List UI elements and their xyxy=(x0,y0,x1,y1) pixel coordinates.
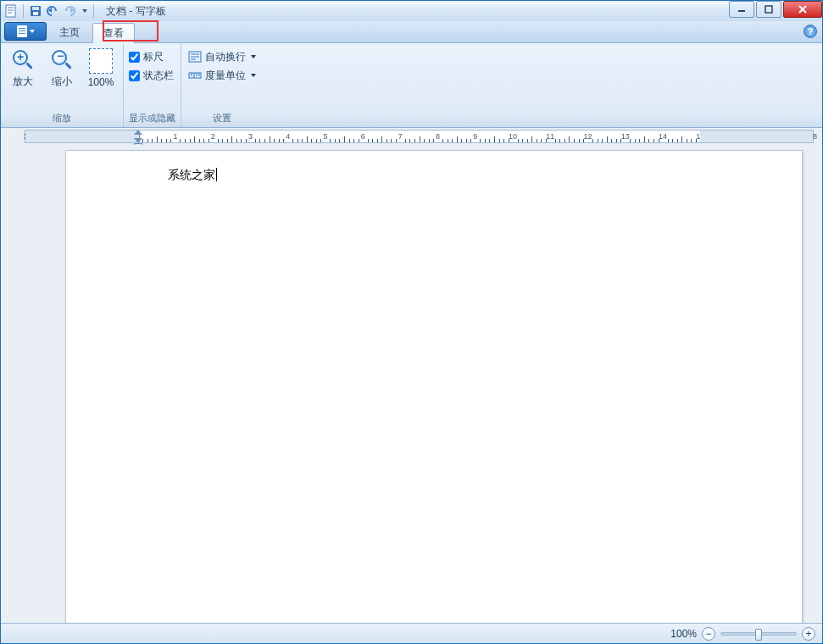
zoom-in-status-button[interactable]: + xyxy=(802,627,815,641)
chevron-down-icon xyxy=(251,55,256,58)
statusbar-checkbox[interactable]: 状态栏 xyxy=(129,67,174,84)
ruler-checkbox[interactable]: 标尺 xyxy=(129,48,174,65)
checkbox-input[interactable] xyxy=(129,52,140,63)
ruler-units-icon xyxy=(188,69,202,82)
chevron-down-icon xyxy=(30,30,35,33)
title-bar: 文档 - 写字板 xyxy=(1,1,822,21)
group-label: 显示或隐藏 xyxy=(129,110,175,127)
zoom-controls: 100% − + xyxy=(670,627,815,641)
app-window: 文档 - 写字板 主页 查看 ? + 放大 − 缩小 xyxy=(0,0,823,644)
button-label: 放大 xyxy=(13,75,33,89)
horizontal-ruler[interactable]: 3210123456789101112131415161718 xyxy=(1,128,822,145)
svg-rect-6 xyxy=(33,12,38,15)
redo-icon[interactable] xyxy=(63,4,76,18)
button-label: 度量单位 xyxy=(205,69,246,83)
group-settings: 自动换行 度量单位 设置 xyxy=(181,43,263,127)
zoom-100-button[interactable]: 100% xyxy=(84,47,118,90)
group-label: 设置 xyxy=(186,110,258,127)
help-icon[interactable]: ? xyxy=(804,25,817,38)
checkbox-label: 状态栏 xyxy=(143,69,174,83)
qat-customize-dropdown[interactable] xyxy=(80,4,88,18)
zoom-in-button[interactable]: + 放大 xyxy=(6,47,40,91)
document-text: 系统之家 xyxy=(168,168,215,181)
quick-access-toolbar xyxy=(1,4,99,18)
zoom-out-icon: − xyxy=(50,48,74,72)
group-show-hide: 标尺 状态栏 显示或隐藏 xyxy=(124,43,181,127)
chevron-down-icon xyxy=(251,74,256,77)
button-label: 100% xyxy=(88,76,114,88)
zoom-out-status-button[interactable]: − xyxy=(702,627,715,641)
tab-view[interactable]: 查看 xyxy=(92,23,135,43)
page-icon xyxy=(89,48,113,74)
svg-rect-0 xyxy=(6,5,15,17)
window-title: 文档 - 写字板 xyxy=(106,4,166,19)
maximize-button[interactable] xyxy=(756,1,781,18)
group-zoom: + 放大 − 缩小 100% 缩放 xyxy=(1,43,124,127)
zoom-in-icon: + xyxy=(11,48,35,72)
separator xyxy=(93,4,94,18)
svg-rect-5 xyxy=(32,7,39,10)
window-buttons xyxy=(729,1,822,18)
zoom-out-button[interactable]: − 缩小 xyxy=(45,47,79,91)
status-bar: 100% − + xyxy=(1,623,822,643)
document-icon xyxy=(17,25,27,37)
close-button[interactable] xyxy=(783,1,822,18)
word-wrap-icon xyxy=(188,50,202,64)
tab-home[interactable]: 主页 xyxy=(48,22,91,42)
text-caret xyxy=(216,168,217,181)
word-wrap-button[interactable]: 自动换行 xyxy=(186,48,258,65)
minimize-button[interactable] xyxy=(729,1,754,18)
separator xyxy=(23,4,24,18)
zoom-slider[interactable] xyxy=(720,632,797,636)
checkbox-label: 标尺 xyxy=(143,50,164,64)
checkbox-input[interactable] xyxy=(129,70,140,81)
work-area: 3210123456789101112131415161718 系统之家 xyxy=(1,128,822,623)
ribbon: + 放大 − 缩小 100% 缩放 标尺 xyxy=(1,43,822,128)
app-icon xyxy=(4,4,18,18)
tab-label: 主页 xyxy=(59,25,80,40)
button-label: 自动换行 xyxy=(205,50,246,64)
app-menu-button[interactable] xyxy=(4,22,47,41)
tab-label: 查看 xyxy=(103,26,124,41)
measurement-units-button[interactable]: 度量单位 xyxy=(186,67,258,84)
undo-icon[interactable] xyxy=(46,4,59,18)
button-label: 缩小 xyxy=(52,75,72,89)
group-label: 缩放 xyxy=(6,110,118,127)
ribbon-tabs: 主页 查看 ? xyxy=(1,21,822,43)
document-page[interactable]: 系统之家 xyxy=(65,150,803,623)
save-icon[interactable] xyxy=(29,4,42,18)
document-scroll-area[interactable]: 系统之家 xyxy=(1,145,822,623)
slider-thumb[interactable] xyxy=(755,629,762,641)
zoom-level-label: 100% xyxy=(670,628,697,640)
svg-rect-8 xyxy=(765,6,772,13)
